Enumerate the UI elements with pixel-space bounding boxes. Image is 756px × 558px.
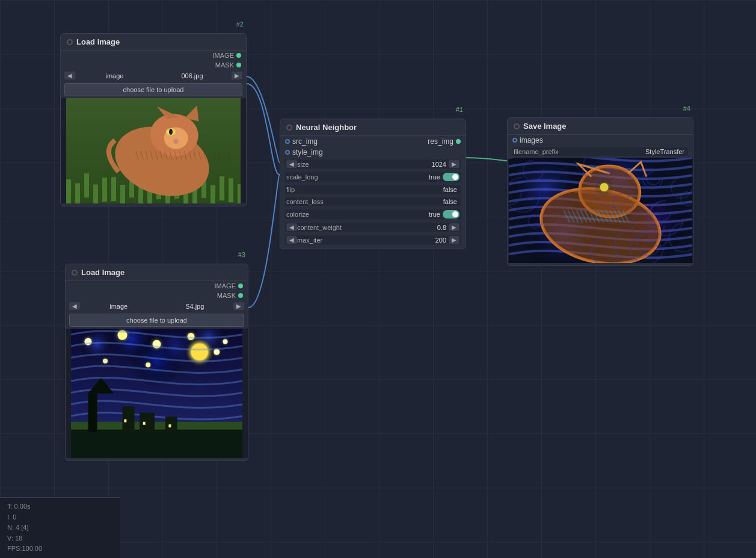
node-header-3: Load Image: [66, 264, 248, 281]
upload-btn-2[interactable]: choose file to upload: [64, 83, 242, 96]
port-dot-image-2[interactable]: [236, 53, 241, 58]
node-header-1: Neural Neighbor: [280, 119, 466, 136]
status-n: N: 4 [4]: [7, 522, 113, 533]
image-preview-3: [66, 329, 248, 458]
port-dot-res[interactable]: [456, 139, 461, 144]
node-id-1: #1: [456, 106, 463, 113]
ctrl-content-weight: ◀ content_weight 0.8 ▶: [285, 223, 461, 232]
port-label-images: images: [520, 136, 543, 144]
param-val-content-loss: false: [340, 198, 459, 205]
param-val-max-iter: 200: [351, 237, 449, 244]
param-name-filename-prefix: filename_prefix: [514, 148, 568, 155]
node-title-1: Neural Neighbor: [296, 123, 357, 132]
file-label-3: image: [81, 303, 156, 310]
param-row-size: ◀ size 1024 ▶: [280, 158, 466, 170]
node-title-2: Load Image: [76, 37, 120, 46]
ctrl-size: ◀ size 1024 ▶: [285, 160, 461, 169]
node-status-dot-2: [67, 39, 73, 45]
node-body-1: src_img res_img style_img ◀ size 1024 ▶ …: [280, 136, 466, 249]
port-row-mask-2: MASK: [61, 60, 246, 70]
port-label-image-3: IMAGE: [215, 282, 236, 290]
node-status-dot-4: [514, 123, 520, 129]
size-next[interactable]: ▶: [449, 160, 459, 168]
node-title-4: Save Image: [523, 122, 567, 131]
node-body-3: IMAGE MASK ◀ image S4.jpg ▶ choose file …: [66, 281, 248, 460]
port-label-image-2: IMAGE: [213, 52, 234, 59]
node-header-4: Save Image: [508, 118, 693, 135]
port-label-mask-3: MASK: [217, 292, 236, 299]
node-load-image-2: #2 Load Image IMAGE MASK ◀ image 006.jpg…: [60, 33, 247, 206]
content-weight-prev[interactable]: ◀: [286, 223, 297, 231]
param-name-scale-long: scale_long: [286, 173, 340, 181]
ctrl-flip: flip false: [285, 185, 461, 194]
port-dot-mask-2[interactable]: [236, 63, 241, 67]
status-i: I: 0: [7, 512, 113, 523]
param-row-max-iter: ◀ max_iter 200 ▶: [280, 234, 466, 246]
port-row-src: src_img res_img: [280, 136, 466, 147]
image-preview-4: [508, 158, 693, 263]
node-title-3: Load Image: [81, 268, 124, 277]
node-save-image: #4 Save Image images filename_prefix Sty…: [507, 117, 693, 266]
port-row-style: style_img: [280, 147, 466, 158]
max-iter-prev[interactable]: ◀: [286, 236, 297, 244]
param-row-content-loss: content_loss false: [280, 196, 466, 208]
lynx-canvas: [66, 98, 241, 203]
port-in-src: src_img: [285, 137, 318, 146]
node-body-2: IMAGE MASK ◀ image 006.jpg ▶ choose file…: [61, 51, 246, 206]
param-name-colorize: colorize: [286, 211, 340, 218]
port-label-mask-2: MASK: [215, 61, 234, 69]
file-prev-3[interactable]: ◀: [69, 302, 80, 310]
port-row-image-2: IMAGE: [61, 51, 246, 60]
param-val-content-weight: 0.8: [351, 224, 449, 231]
file-name-2: 006.jpg: [154, 72, 230, 79]
size-prev[interactable]: ◀: [286, 160, 297, 168]
port-dot-image-3[interactable]: [238, 284, 243, 288]
file-next-2[interactable]: ▶: [232, 72, 242, 79]
param-name-size: size: [297, 161, 351, 168]
status-bar: T: 0.00s I: 0 N: 4 [4] V: 18 FPS:100.00: [0, 497, 120, 558]
file-name-3: S4.jpg: [158, 303, 233, 310]
status-t: T: 0.00s: [7, 501, 113, 512]
image-preview-2: [61, 98, 246, 203]
param-row-scale-long: scale_long true: [280, 170, 466, 184]
content-weight-next[interactable]: ▶: [449, 223, 459, 231]
status-v: V: 18: [7, 533, 113, 544]
port-dot-images[interactable]: [512, 138, 517, 143]
file-label-2: image: [76, 72, 153, 79]
param-name-flip: flip: [286, 186, 340, 193]
file-prev-2[interactable]: ◀: [64, 72, 75, 79]
ctrl-max-iter: ◀ max_iter 200 ▶: [285, 235, 461, 244]
ctrl-colorize: colorize true: [285, 209, 461, 219]
status-fps: FPS:100.00: [7, 544, 113, 554]
port-row-mask-3: MASK: [66, 291, 248, 300]
param-row-colorize: colorize true: [280, 208, 466, 221]
port-dot-style[interactable]: [285, 150, 290, 155]
param-val-colorize: true: [340, 211, 443, 218]
param-row-filename-prefix: filename_prefix StyleTransfer: [508, 146, 693, 158]
result-canvas: [509, 158, 692, 263]
starry-canvas: [71, 329, 242, 458]
port-label-src: src_img: [292, 137, 318, 146]
node-load-image-3: #3 Load Image IMAGE MASK ◀ image S4.jpg …: [65, 264, 248, 461]
file-next-3[interactable]: ▶: [233, 302, 244, 310]
node-status-dot-1: [286, 125, 292, 131]
param-val-size: 1024: [351, 161, 449, 168]
file-nav-3: ◀ image S4.jpg ▶: [66, 300, 248, 312]
port-label-style: style_img: [292, 148, 323, 157]
param-val-flip: false: [340, 186, 459, 193]
ctrl-scale-long: scale_long true: [285, 172, 461, 182]
port-dot-mask-3[interactable]: [238, 293, 243, 298]
param-name-content-loss: content_loss: [286, 198, 340, 205]
toggle-scale-long[interactable]: [443, 173, 459, 181]
max-iter-next[interactable]: ▶: [449, 236, 459, 244]
port-dot-src[interactable]: [285, 139, 290, 144]
node-id-2: #2: [236, 20, 244, 28]
param-val-filename-prefix: StyleTransfer: [568, 148, 687, 155]
toggle-colorize[interactable]: [443, 210, 459, 219]
upload-btn-3[interactable]: choose file to upload: [69, 314, 244, 327]
port-label-res: res_img: [428, 137, 453, 146]
port-row-image-3: IMAGE: [66, 281, 248, 291]
file-nav-2: ◀ image 006.jpg ▶: [61, 70, 246, 81]
ctrl-filename-prefix: filename_prefix StyleTransfer: [512, 147, 688, 156]
node-header-2: Load Image: [61, 34, 246, 51]
